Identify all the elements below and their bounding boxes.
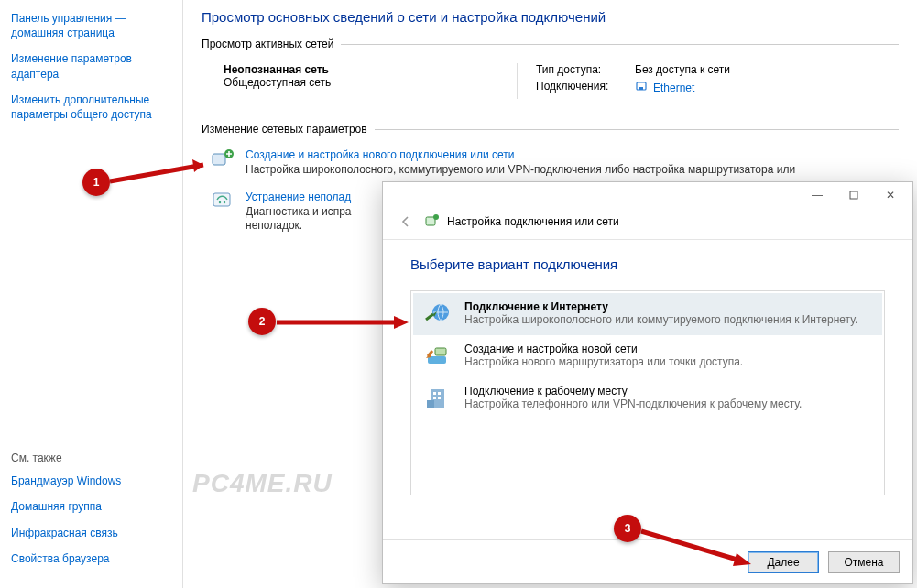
svg-marker-24	[394, 316, 409, 329]
wizard-header-icon	[425, 213, 440, 231]
svg-rect-16	[433, 392, 436, 395]
svg-line-25	[641, 531, 740, 561]
connection-options-list[interactable]: Подключение к Интернету Настройка широко…	[410, 290, 885, 495]
see-also-browser-props[interactable]: Свойства браузера	[11, 551, 171, 566]
option-new-network-title: Создание и настройка новой сети	[464, 343, 743, 355]
page-title: Просмотр основных сведений о сети и наст…	[202, 9, 899, 25]
active-networks-legend: Просмотр активных сетей	[202, 38, 341, 50]
annotation-arrow-3	[638, 528, 766, 573]
svg-rect-1	[639, 87, 643, 90]
option-internet-desc: Настройка широкополосного или коммутируе…	[464, 313, 857, 326]
maximize-button[interactable]	[835, 185, 872, 205]
svg-rect-18	[433, 397, 436, 399]
svg-rect-12	[428, 356, 446, 364]
svg-rect-13	[435, 348, 446, 355]
window-chrome: — ✕	[383, 182, 912, 208]
option-new-network[interactable]: Создание и настройка новой сети Настройк…	[413, 335, 882, 377]
minimize-button[interactable]: —	[799, 185, 835, 205]
wizard-breadcrumb: Настройка подключения или сети	[447, 215, 619, 228]
connection-ethernet-link[interactable]: Ethernet	[635, 80, 694, 95]
network-name: Неопознанная сеть	[224, 63, 462, 76]
task-troubleshoot-desc: Диагностика и испра неполадок.	[246, 205, 352, 234]
building-icon	[422, 385, 453, 412]
sidebar: Панель управления — домашняя страница Из…	[0, 0, 183, 588]
access-type-label: Тип доступа:	[536, 63, 618, 76]
network-profile: Общедоступная сеть	[224, 76, 462, 89]
connections-label: Подключения:	[536, 80, 618, 95]
task-new-connection[interactable]: Создание и настройка нового подключения …	[211, 148, 890, 178]
wizard-heading: Выберите вариант подключения	[410, 256, 885, 272]
svg-rect-17	[438, 392, 441, 395]
back-button[interactable]	[396, 212, 416, 232]
option-workplace[interactable]: Подключение к рабочему месту Настройка т…	[413, 377, 882, 419]
router-icon	[422, 343, 453, 370]
troubleshoot-icon	[211, 191, 236, 211]
svg-rect-4	[213, 193, 230, 206]
option-new-network-desc: Настройка нового маршрутизатора или точк…	[464, 355, 743, 368]
svg-point-9	[433, 214, 439, 220]
ethernet-icon	[635, 80, 648, 95]
svg-marker-22	[192, 159, 203, 172]
connection-wizard-dialog: — ✕ Настройка подключения или сети Выбер…	[382, 181, 913, 584]
active-networks-group: Просмотр активных сетей Неопознанная сет…	[202, 38, 899, 115]
annotation-arrow-1	[103, 156, 231, 192]
see-also-firewall[interactable]: Брандмауэр Windows	[11, 474, 171, 488]
close-button[interactable]: ✕	[872, 185, 909, 205]
option-workplace-desc: Настройка телефонного или VPN-подключени…	[464, 397, 802, 410]
see-also-homegroup[interactable]: Домашняя группа	[11, 499, 171, 514]
see-also-infrared[interactable]: Инфракрасная связь	[11, 526, 171, 540]
cancel-button[interactable]: Отмена	[828, 551, 900, 573]
svg-point-5	[219, 201, 221, 202]
svg-point-6	[224, 201, 225, 202]
option-workplace-title: Подключение к рабочему месту	[464, 385, 802, 397]
task-troubleshoot-title[interactable]: Устранение неполад	[246, 191, 352, 203]
svg-rect-7	[850, 191, 857, 199]
see-also-heading: См. также	[11, 452, 171, 464]
option-internet[interactable]: Подключение к Интернету Настройка широко…	[413, 293, 882, 335]
annotation-arrow-2	[271, 311, 418, 339]
see-also-section: См. также Брандмауэр Windows Домашняя гр…	[11, 452, 171, 577]
task-new-connection-title[interactable]: Создание и настройка нового подключения …	[246, 148, 795, 161]
task-new-connection-desc: Настройка широкополосного, коммутируемог…	[246, 163, 795, 178]
svg-marker-26	[733, 553, 751, 566]
sidebar-link-adapter-settings[interactable]: Изменение параметров адаптера	[11, 51, 171, 81]
svg-rect-19	[438, 397, 441, 399]
network-settings-legend: Изменение сетевых параметров	[202, 123, 375, 136]
option-internet-title: Подключение к Интернету	[464, 300, 857, 313]
annotation-badge-3: 3	[614, 515, 641, 542]
annotation-badge-2: 2	[248, 308, 276, 335]
globe-icon	[422, 300, 453, 328]
svg-line-21	[110, 165, 203, 181]
sidebar-link-advanced-sharing[interactable]: Изменить дополнительные параметры общего…	[11, 93, 171, 122]
access-type-value: Без доступа к сети	[635, 63, 730, 76]
svg-rect-20	[427, 400, 434, 408]
sidebar-link-home[interactable]: Панель управления — домашняя страница	[11, 11, 171, 40]
annotation-badge-1: 1	[82, 169, 110, 196]
watermark: PC4ME.RU	[192, 469, 333, 498]
